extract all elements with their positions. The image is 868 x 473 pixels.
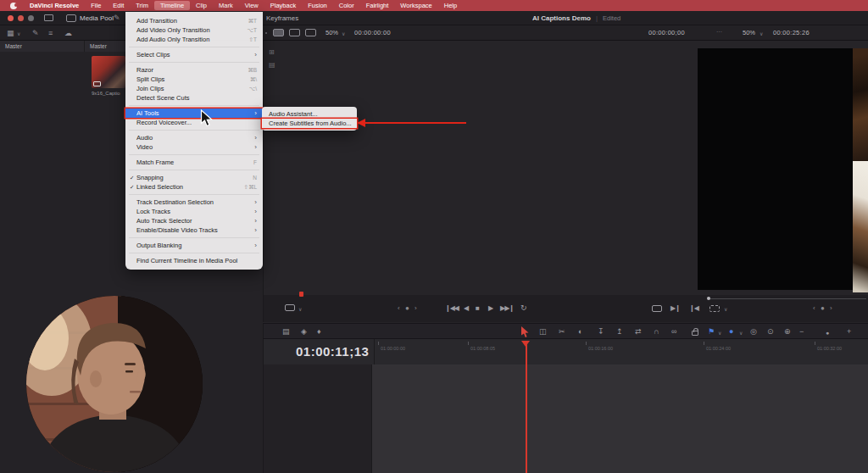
- flag-chevron-icon[interactable]: ∨: [718, 330, 721, 336]
- overwrite-clip-icon[interactable]: ↥: [616, 326, 623, 337]
- play-around-icon[interactable]: ▶❙: [670, 304, 680, 312]
- keyframes-button[interactable]: Keyframes: [266, 14, 298, 22]
- sort-icon[interactable]: ✎: [32, 29, 39, 37]
- menubar-item-view[interactable]: View: [239, 1, 264, 10]
- menu-item-record-voiceover[interactable]: Record Voiceover...: [125, 118, 263, 127]
- window-zoom-button[interactable]: [28, 15, 34, 21]
- razor-edit-mode-icon[interactable]: ✂: [559, 326, 565, 337]
- go-to-end-button[interactable]: ▶▶❙: [500, 304, 514, 312]
- clean-feed-icon[interactable]: [44, 14, 53, 21]
- menu-item-join-clips[interactable]: Join Clips⌥\: [125, 84, 263, 93]
- menu-item-audio[interactable]: Audio›: [125, 133, 263, 142]
- snapping-icon[interactable]: ∩: [654, 326, 659, 337]
- viewer-scrubber-bar[interactable]: [709, 298, 866, 299]
- menu-item-add-video-only-transition[interactable]: Add Video Only Transition⌥T: [125, 25, 263, 35]
- submenu-item-create-subtitles-from-audio[interactable]: Create Subtitles from Audio...: [262, 119, 357, 128]
- timeline-clip-card[interactable]: 9x16_Captio: [92, 56, 127, 96]
- flag-icon[interactable]: ⚑: [708, 326, 715, 337]
- menu-item-enable-disable-video-tracks[interactable]: Enable/Disable Video Tracks›: [125, 225, 263, 235]
- menubar-item-workspace[interactable]: Workspace: [394, 1, 437, 10]
- menu-item-output-blanking[interactable]: Output Blanking›: [125, 241, 263, 250]
- left-viewer-zoom-select[interactable]: 50%: [326, 29, 338, 36]
- full-extent-zoom-icon[interactable]: ◎: [750, 326, 757, 337]
- menu-item-lock-tracks[interactable]: Lock Tracks›: [125, 207, 263, 216]
- stop-button[interactable]: ■: [476, 304, 479, 312]
- menu-item-detect-scene-cuts[interactable]: Detect Scene Cuts: [125, 93, 263, 103]
- menu-item-add-audio-only-transition[interactable]: Add Audio Only Transition⇧T: [125, 35, 263, 44]
- match-frame-icon[interactable]: [709, 305, 720, 312]
- bin-view-icon[interactable]: ▦: [7, 29, 14, 37]
- multicam-viewer-icon[interactable]: [305, 29, 316, 36]
- menu-item-snapping[interactable]: ✓SnappingN: [125, 173, 263, 182]
- timeline-viewer-icon[interactable]: [289, 29, 300, 36]
- import-media-icon[interactable]: ≡: [48, 29, 53, 37]
- menubar-item-playback[interactable]: Playback: [264, 1, 302, 10]
- menubar-item-help[interactable]: Help: [438, 1, 463, 10]
- menubar-item-trim[interactable]: Trim: [130, 1, 154, 10]
- timeline-ruler[interactable]: 01:00:00:0001:00:08:0501:00:16:0001:00:2…: [374, 339, 868, 364]
- viewer-options-dots-icon[interactable]: ···: [716, 29, 722, 35]
- detail-zoom-icon[interactable]: ⊙: [767, 326, 774, 337]
- menu-item-video[interactable]: Video›: [125, 142, 263, 152]
- voiceover-mic-icon[interactable]: ♦: [317, 326, 321, 337]
- selection-tool-icon[interactable]: [520, 326, 530, 338]
- menu-item-add-transition[interactable]: Add Transition⌘T: [125, 16, 263, 25]
- play-button[interactable]: ▶: [488, 304, 492, 312]
- timeline-view-options-icon[interactable]: ⊞: [269, 48, 275, 56]
- menu-item-match-frame[interactable]: Match FrameF: [125, 158, 263, 167]
- marker-icon[interactable]: ●: [729, 326, 733, 337]
- window-close-button[interactable]: [8, 15, 14, 21]
- menubar-item-edit[interactable]: Edit: [107, 1, 130, 10]
- menu-item-razor[interactable]: Razor⌘B: [125, 65, 263, 75]
- menubar-item-clip[interactable]: Clip: [190, 1, 213, 10]
- timeline-options-icon[interactable]: ▤: [282, 326, 290, 337]
- go-to-start-button[interactable]: ❙◀◀: [445, 304, 459, 312]
- cloud-icon[interactable]: ☁: [64, 29, 72, 37]
- menu-item-linked-selection[interactable]: ✓Linked Selection⇧⌘L: [125, 182, 263, 192]
- menubar-item-fairlight[interactable]: Fairlight: [360, 1, 395, 10]
- menubar-item-color[interactable]: Color: [333, 1, 360, 10]
- zoom-minus-icon[interactable]: −: [799, 326, 804, 337]
- menubar-app-name[interactable]: DaVinci Resolve: [24, 1, 85, 10]
- menubar-item-file[interactable]: File: [85, 1, 107, 10]
- zoom-slider-handle[interactable]: ●: [826, 328, 829, 338]
- apple-menu-icon[interactable]: [10, 3, 17, 9]
- trim-edit-mode-icon[interactable]: ◫: [539, 326, 547, 337]
- menu-item-find-current-timeline-in-media-pool[interactable]: Find Current Timeline in Media Pool: [125, 256, 263, 265]
- right-jog-control[interactable]: ‹ ● ›: [813, 304, 834, 312]
- loop-range-icon[interactable]: [652, 305, 662, 312]
- viewer-scrubber-handle[interactable]: [707, 297, 710, 300]
- linked-selection-icon[interactable]: ∞: [671, 326, 676, 337]
- bin-view-chevron-icon[interactable]: ∨: [17, 31, 20, 36]
- menu-item-ai-tools[interactable]: AI Tools›: [125, 109, 263, 118]
- menu-item-auto-track-selector[interactable]: Auto Track Selector›: [125, 216, 263, 225]
- submenu-item-audio-assistant[interactable]: Audio Assistant...: [262, 109, 357, 119]
- menu-item-select-clips[interactable]: Select Clips›: [125, 50, 263, 59]
- timeline-resolution-icon[interactable]: [285, 304, 295, 311]
- insert-clip-icon[interactable]: ↧: [598, 326, 604, 337]
- panel-strip-icon[interactable]: ▤: [269, 61, 275, 69]
- custom-zoom-icon[interactable]: ⊕: [784, 326, 791, 337]
- playhead-line[interactable]: [526, 342, 527, 473]
- dynamic-trim-mode-icon[interactable]: ◐: [578, 326, 582, 337]
- menu-item-split-clips[interactable]: Split Clips⌘\: [125, 75, 263, 84]
- position-lock-icon[interactable]: [692, 331, 698, 336]
- marker-chevron-icon[interactable]: ∨: [739, 330, 743, 336]
- left-jog-control[interactable]: ‹ ● ›: [398, 304, 419, 312]
- menu-item-track-destination-selection[interactable]: Track Destination Selection›: [125, 198, 263, 207]
- timeline-tracks-area[interactable]: [263, 364, 868, 473]
- bin-header-master-1[interactable]: Master: [0, 41, 85, 52]
- replace-clip-icon[interactable]: ⇄: [635, 326, 642, 337]
- play-reverse-icon[interactable]: ❙◀: [689, 304, 698, 312]
- mix-transition-icon[interactable]: ◈: [301, 326, 307, 337]
- media-pool-button[interactable]: Media Pool: [66, 14, 114, 22]
- loop-playback-button[interactable]: ↻: [520, 303, 526, 312]
- menubar-item-timeline[interactable]: Timeline: [154, 1, 190, 10]
- right-viewer-zoom-select[interactable]: 50%: [743, 29, 755, 36]
- pen-tool-icon[interactable]: ✎: [114, 14, 120, 22]
- source-viewer-icon[interactable]: [273, 29, 284, 36]
- menubar-item-fusion[interactable]: Fusion: [302, 1, 333, 10]
- step-back-button[interactable]: ◀: [464, 304, 468, 312]
- window-minimize-button[interactable]: [18, 15, 24, 21]
- menubar-item-mark[interactable]: Mark: [213, 1, 239, 10]
